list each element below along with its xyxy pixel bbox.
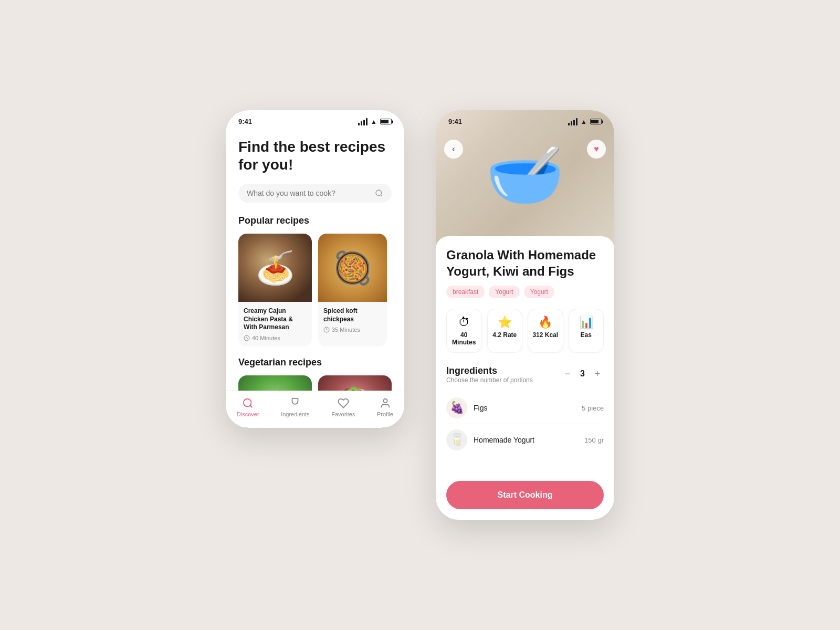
recipe-detail-body: Granola With Homemade Yogurt, Kiwi and F… (436, 236, 614, 520)
star-stat-icon: ⭐ (492, 316, 518, 329)
recipe-image-pasta (238, 234, 312, 302)
recipe-name-kofta: Spiced koft chickpeas (323, 307, 382, 323)
recipe-image-kofta (318, 234, 387, 302)
stat-time: ⏱ 40 Minutes (446, 309, 482, 353)
fire-stat-icon: 🔥 (532, 316, 559, 329)
stat-difficulty: 📊 Eas (569, 309, 604, 353)
stat-time-value: 40 Minutes (451, 331, 477, 346)
svg-point-0 (376, 190, 382, 196)
ingredients-icon (289, 397, 301, 409)
status-bar-1: 9:41 ▲ (226, 110, 404, 130)
stat-difficulty-value: Eas (573, 331, 600, 339)
yogurt-icon: 🥛 (446, 429, 467, 450)
clock-icon-pasta (244, 335, 250, 341)
time-1: 9:41 (238, 118, 252, 125)
status-icons-2: ▲ (568, 118, 602, 125)
status-bar-2: 9:41 ▲ (436, 110, 614, 130)
favorites-label: Favorites (331, 411, 355, 417)
portion-increase-button[interactable]: + (591, 368, 604, 380)
figs-icon: 🍇 (446, 397, 467, 418)
recipe-detail-title: Granola With Homemade Yogurt, Kiwi and F… (446, 247, 604, 279)
ingredients-subtitle: Choose the number of portions (446, 376, 533, 384)
ingredients-header: Ingredients Choose the number of portion… (446, 365, 604, 384)
svg-point-3 (244, 399, 251, 407)
recipe-time-pasta: 40 Minutes (244, 335, 307, 341)
recipe-hero-image: ‹ ♥ (436, 110, 614, 247)
discover-icon (242, 397, 254, 409)
discover-label: Discover (237, 411, 259, 417)
recipe-cards-row: Creamy Cajun Chicken Pasta & With Parmes… (226, 234, 404, 346)
tags-row: breakfast Yogurt Yogurt (446, 286, 604, 298)
portion-count: 3 (580, 369, 585, 379)
bottom-nav: Discover Ingredients Favorites Profile (226, 391, 404, 428)
recipe-name-pasta: Creamy Cajun Chicken Pasta & With Parmes… (244, 307, 307, 332)
portions-control: − 3 + (561, 368, 604, 380)
search-icon (375, 189, 383, 197)
tag-yogurt-2: Yogurt (524, 286, 554, 298)
profile-icon (380, 397, 391, 409)
battery-icon (380, 119, 392, 124)
favorite-button[interactable]: ♥ (587, 140, 606, 159)
recipe-card-pasta[interactable]: Creamy Cajun Chicken Pasta & With Parmes… (238, 234, 312, 346)
signal-icon-2 (568, 118, 578, 125)
ingredient-yogurt: 🥛 Homemade Yogurt 150 gr (446, 424, 604, 456)
back-button[interactable]: ‹ (444, 140, 463, 159)
search-bar[interactable] (238, 184, 392, 203)
stat-rate: ⭐ 4.2 Rate (487, 309, 523, 353)
nav-ingredients[interactable]: Ingredients (281, 397, 309, 417)
recipe-time-kofta: 35 Minutes (323, 327, 382, 333)
favorites-icon (338, 397, 349, 409)
phone1-content: Find the best recipes for you! Popular r… (226, 130, 404, 346)
start-cooking-button[interactable]: Start Cooking (446, 481, 604, 509)
yogurt-name: Homemade Yogurt (474, 436, 578, 444)
stats-row: ⏱ 40 Minutes ⭐ 4.2 Rate 🔥 312 Kcal 📊 Eas (446, 309, 604, 353)
ingredients-title-group: Ingredients Choose the number of portion… (446, 365, 533, 384)
nav-profile[interactable]: Profile (377, 397, 393, 417)
nav-favorites[interactable]: Favorites (331, 397, 355, 417)
wifi-icon: ▲ (371, 118, 377, 125)
ingredient-figs: 🍇 Figs 5 piece (446, 392, 604, 424)
battery-icon-2 (590, 119, 602, 124)
search-input[interactable] (247, 189, 371, 197)
signal-icon (358, 118, 368, 125)
nav-discover[interactable]: Discover (237, 397, 259, 417)
vegetarian-title: Vegetarian recipes (238, 357, 392, 368)
wifi-icon-2: ▲ (581, 118, 587, 125)
tag-yogurt-1: Yogurt (489, 286, 519, 298)
recipe-card-kofta[interactable]: Spiced koft chickpeas 35 Minutes (318, 234, 387, 346)
stat-rate-value: 4.2 Rate (492, 331, 518, 339)
figs-amount: 5 piece (582, 404, 604, 412)
profile-label: Profile (377, 411, 393, 417)
figs-name: Figs (474, 404, 575, 412)
yogurt-amount: 150 gr (584, 436, 604, 444)
phone-2: 9:41 ▲ ‹ ♥ Granola With Homemade Yogu (436, 110, 614, 520)
status-icons-1: ▲ (358, 118, 392, 125)
svg-point-4 (383, 399, 387, 403)
portion-decrease-button[interactable]: − (561, 368, 574, 380)
clock-stat-icon: ⏱ (451, 316, 477, 329)
ingredients-title: Ingredients (446, 365, 533, 376)
popular-recipes-title: Popular recipes (238, 215, 392, 226)
main-title: Find the best recipes for you! (238, 138, 392, 173)
tag-breakfast: breakfast (446, 286, 485, 298)
difficulty-stat-icon: 📊 (573, 316, 600, 329)
stat-kcal: 🔥 312 Kcal (528, 309, 563, 353)
clock-icon-kofta (323, 327, 330, 333)
phone-1: 9:41 ▲ Find the best recipes for you! (226, 110, 404, 428)
stat-kcal-value: 312 Kcal (532, 331, 559, 339)
time-2: 9:41 (448, 118, 462, 125)
ingredients-label: Ingredients (281, 411, 309, 417)
